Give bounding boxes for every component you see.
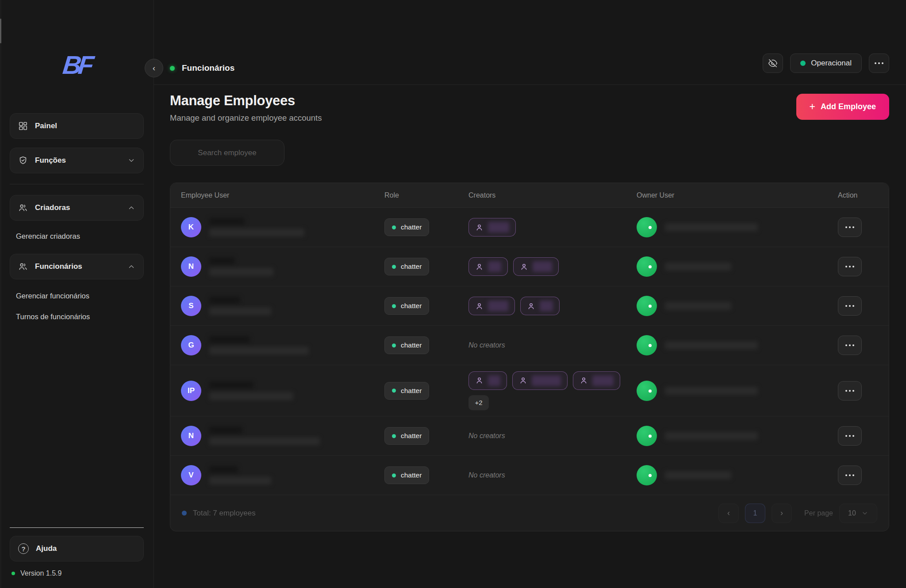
row-actions-button[interactable] [838, 257, 862, 276]
employee-cell: N [170, 256, 374, 277]
creator-chip[interactable] [520, 297, 560, 315]
role-status-dot [392, 344, 396, 347]
col-owner-user: Owner User [626, 191, 827, 199]
ellipsis-dot [852, 435, 854, 437]
creator-chip[interactable] [512, 371, 568, 390]
role-label: chatter [401, 263, 422, 271]
owner-avatar [637, 426, 657, 446]
creator-chip[interactable] [573, 371, 620, 390]
creator-chip[interactable] [513, 257, 559, 276]
plus-icon: + [810, 102, 815, 112]
creator-chip-line [468, 218, 516, 237]
scrollbar-thumb[interactable] [0, 19, 1, 43]
ellipsis-dot [845, 344, 847, 346]
person-icon [475, 263, 484, 271]
creator-chip-line [468, 257, 559, 276]
status-badge[interactable]: Operacional [790, 53, 862, 73]
row-actions-button[interactable] [838, 426, 862, 446]
sidebar-subitem-turnos[interactable]: Turnos de funcionários [16, 313, 144, 321]
table-row: VchatterNo creators [170, 456, 889, 495]
page-content: Manage Employees Manage and organize emp… [154, 85, 906, 588]
redacted-creator-name [488, 301, 508, 311]
sidebar-subitem-gerenciar-criadoras[interactable]: Gerenciar criadoras [16, 232, 144, 241]
row-actions-button[interactable] [838, 218, 862, 237]
role-status-dot [392, 473, 396, 477]
creator-chip[interactable] [468, 257, 508, 276]
owner-avatar-dot [649, 344, 652, 347]
employee-avatar: N [181, 426, 201, 446]
header-more-button[interactable] [869, 53, 889, 73]
version-status-dot [12, 572, 15, 575]
role-cell: chatter [374, 336, 458, 354]
creator-chip[interactable] [468, 371, 507, 390]
role-status-dot [392, 389, 396, 393]
sidebar-subitem-gerenciar-funcionarios[interactable]: Gerenciar funcionários [16, 292, 144, 300]
more-creators-badge[interactable]: +2 [468, 395, 489, 410]
sidebar-item-criadoras[interactable]: Criadoras [10, 195, 144, 221]
ellipsis-icon [875, 62, 883, 64]
employees-table: Employee User Role Creators Owner User A… [170, 183, 889, 531]
action-cell [827, 257, 889, 276]
employee-avatar: IP [181, 381, 201, 401]
chevron-down-icon [861, 510, 868, 517]
redacted-email [209, 307, 271, 315]
redacted-email [209, 437, 320, 445]
role-badge[interactable]: chatter [384, 258, 429, 275]
sidebar-item-funcionarios[interactable]: Funcionários [10, 254, 144, 279]
collapse-sidebar-button[interactable]: ‹ [145, 59, 163, 77]
creators-list [468, 297, 560, 315]
owner-avatar-dot [649, 435, 652, 438]
row-actions-button[interactable] [838, 296, 862, 316]
sidebar-item-label: Criadoras [35, 203, 70, 212]
redacted-name [209, 336, 250, 343]
ellipsis-dot [852, 305, 854, 307]
next-page-button[interactable]: › [772, 504, 792, 523]
sidebar-item-label: Painel [35, 122, 57, 130]
person-icon [519, 376, 527, 385]
help-button[interactable]: ? Ajuda [10, 536, 144, 561]
row-actions-button[interactable] [838, 336, 862, 355]
per-page-label: Per page [804, 509, 833, 517]
creator-chip-line [468, 297, 560, 315]
current-page-button[interactable]: 1 [745, 504, 765, 523]
employee-avatar: N [181, 256, 201, 277]
role-badge[interactable]: chatter [384, 427, 429, 445]
users-icon [18, 203, 28, 213]
row-actions-button[interactable] [838, 381, 862, 401]
row-actions-button[interactable] [838, 466, 862, 485]
role-badge[interactable]: chatter [384, 218, 429, 236]
add-employee-button[interactable]: + Add Employee [796, 94, 889, 120]
sidebar-item-painel[interactable]: Painel [10, 113, 144, 139]
role-badge[interactable]: chatter [384, 336, 429, 354]
prev-page-button[interactable]: ‹ [718, 504, 739, 523]
role-cell: chatter [374, 466, 458, 484]
ellipsis-dot [849, 344, 851, 346]
owner-avatar-dot [649, 474, 652, 477]
role-badge[interactable]: chatter [384, 382, 429, 400]
pagination: ‹ 1 › Per page 10 [718, 504, 877, 523]
creators-cell [458, 297, 626, 315]
col-role: Role [374, 191, 458, 199]
app-logo: BF [61, 52, 92, 78]
add-employee-label: Add Employee [821, 102, 876, 111]
ellipsis-dot [845, 305, 847, 307]
role-badge[interactable]: chatter [384, 297, 429, 315]
table-header-row: Employee User Role Creators Owner User A… [170, 183, 889, 208]
role-cell: chatter [374, 218, 458, 236]
creator-chip-line [468, 371, 620, 390]
hide-visibility-button[interactable] [763, 53, 783, 73]
search-input[interactable] [170, 140, 284, 166]
sidebar-divider [10, 184, 144, 184]
role-badge[interactable]: chatter [384, 466, 429, 484]
employee-name-lines [209, 297, 271, 315]
sidebar-item-funcoes[interactable]: Funções [10, 148, 144, 173]
action-cell [827, 381, 889, 401]
eye-off-icon [768, 58, 778, 68]
creator-chip[interactable] [468, 297, 515, 315]
redacted-name [209, 466, 238, 473]
person-icon [580, 376, 588, 385]
per-page-select[interactable]: 10 [839, 504, 877, 523]
users-icon [18, 262, 28, 271]
creator-chip[interactable] [468, 218, 516, 237]
left-scrollbar[interactable] [0, 0, 1, 588]
